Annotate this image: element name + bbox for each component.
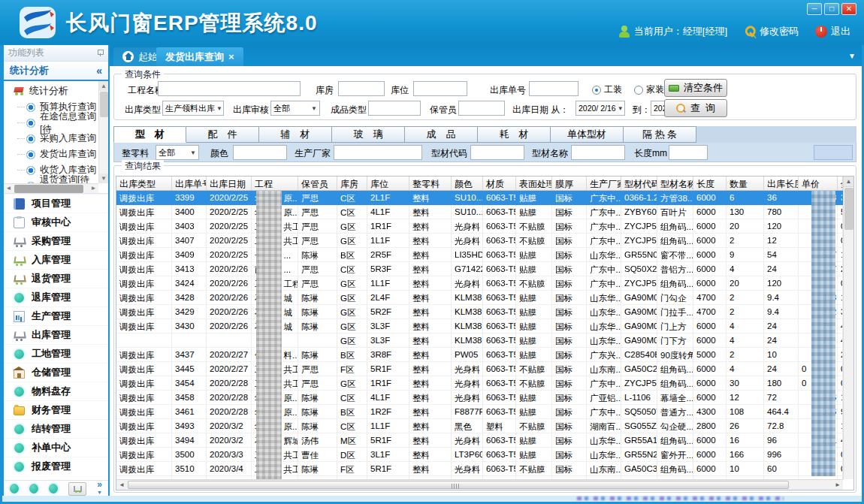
- column-header-date[interactable]: 出库日期: [207, 177, 252, 190]
- sidebar-item-13[interactable]: 结转管理: [4, 419, 108, 438]
- material-tab-4[interactable]: 玻 璃: [332, 126, 405, 143]
- sidebar-item-4[interactable]: 入库管理: [4, 250, 108, 269]
- material-tab-5[interactable]: 成 品: [405, 126, 478, 143]
- table-row[interactable]: 调拨出库34942020/3/2石辉城汤伟M区5R1F整料光身料6063-T5贴…: [116, 433, 843, 448]
- scroll-right-icon[interactable]: ►: [832, 480, 843, 490]
- tab-shipment-outbound-query[interactable]: 发货出库查询 ×: [156, 47, 243, 66]
- radio-off-icon[interactable]: [634, 86, 643, 95]
- column-header-project[interactable]: 工程: [252, 177, 298, 190]
- sidebar-item-12[interactable]: 财务管理: [4, 400, 108, 419]
- sidebar-item-5[interactable]: 退货管理: [4, 269, 108, 288]
- radio-jiazhuang[interactable]: 家装: [634, 83, 664, 96]
- table-row[interactable]: 调拨出库34032020/2/25工共工程严思G区1R1F整料光身料6063-T…: [116, 219, 843, 234]
- table-row[interactable]: 调拨出库34452020/2/27工共工程严思F区5R1F整料光身料6063-T…: [116, 362, 843, 376]
- manufacturer-input[interactable]: [334, 145, 422, 160]
- outbound-type-select[interactable]: 生产领料出库▼: [162, 101, 224, 116]
- maximize-button[interactable]: □: [824, 3, 839, 15]
- table-row[interactable]: 调拨出库34132020/2/26南...严思C区5R3F整料G71422606…: [116, 262, 843, 276]
- column-header-surface[interactable]: 表面处理: [516, 177, 552, 190]
- pin-icon[interactable]: [97, 50, 104, 56]
- table-horizontal-scrollbar[interactable]: ◄ ►: [116, 479, 843, 490]
- sidebar-item-2[interactable]: 审核中心: [4, 213, 108, 231]
- tree-vertical-scrollbar[interactable]: ▲ ▼: [98, 81, 108, 183]
- project-name-input[interactable]: [158, 81, 301, 96]
- tree-horizontal-scrollbar[interactable]: ◄ ►: [4, 183, 98, 193]
- material-tab-8[interactable]: 隔 热 条: [624, 126, 696, 143]
- table-row[interactable]: 调拨出库34242020/2/26工工程严思G区1L1F整料光身料6063-T5…: [116, 276, 843, 291]
- sidebar-item-10[interactable]: 仓储管理: [4, 363, 108, 382]
- column-header-color[interactable]: 颜色: [452, 177, 483, 190]
- column-header-warehouse[interactable]: 库房: [337, 177, 367, 190]
- material-tab-2[interactable]: 配 件: [186, 126, 259, 143]
- tree-item[interactable]: 发货出库查询: [4, 146, 98, 162]
- table-row[interactable]: 调拨出库34932020/3/2华原...陈琳C区1L1F整料黑色塑料不贴膜国标…: [116, 419, 843, 433]
- table-row[interactable]: 调拨出库35002020/3/3工共工程曹佳D区3L1F整料LT3P606063…: [116, 448, 843, 462]
- color-input[interactable]: [233, 145, 287, 160]
- column-header-out-length[interactable]: 出库长度: [764, 177, 799, 190]
- sidebar-item-1[interactable]: 项目管理: [4, 194, 108, 213]
- radio-on-icon[interactable]: [592, 86, 601, 95]
- sidebar-item-3[interactable]: 采购管理: [4, 231, 108, 250]
- module-dot-icon[interactable]: [29, 484, 38, 493]
- scroll-left-icon[interactable]: ◄: [4, 184, 14, 194]
- section-header[interactable]: 统计分析 «: [4, 62, 108, 81]
- table-row[interactable]: G区3L3F整料KLM38176063-T5贴膜国标山东华...GA90M09.…: [116, 333, 843, 348]
- sidebar-item-9[interactable]: 工地管理: [4, 344, 108, 363]
- column-header-length[interactable]: 长度: [693, 177, 727, 190]
- table-row[interactable]: 调拨出库35102020/3/4工共工程陈琳F区5R1F整料光身料6063-T5…: [116, 462, 843, 476]
- overflow-chevron[interactable]: »▼: [97, 481, 102, 496]
- tab-close-icon[interactable]: ×: [228, 51, 234, 62]
- column-header-whole-piece[interactable]: 整零料: [409, 177, 452, 190]
- table-row[interactable]: 调拨出库34092020/2/25长...陈琳B区2R5F整料LI35HD606…: [116, 248, 843, 262]
- column-header-unit-price[interactable]: 单价: [799, 177, 838, 190]
- keeper-input[interactable]: [458, 101, 505, 116]
- material-tab-3[interactable]: 辅 材: [259, 126, 332, 143]
- scroll-down-icon[interactable]: ▼: [99, 174, 108, 183]
- table-row[interactable]: 调拨出库34002020/2/25华原...严思C区4L1F整料SU10...6…: [116, 205, 843, 219]
- material-tab-6[interactable]: 耗 材: [478, 126, 551, 143]
- sidebar-item-8[interactable]: 出库管理: [4, 325, 108, 344]
- audit-select[interactable]: 全部▼: [270, 101, 320, 116]
- table-row[interactable]: 调拨出库34372020/2/27佛料...陈琳B区3R8F整料PW056063…: [116, 348, 843, 362]
- scroll-up-icon[interactable]: ▲: [99, 81, 108, 91]
- material-tab-1[interactable]: 型 材: [113, 126, 186, 143]
- material-tab-7[interactable]: 单体型材: [551, 126, 624, 143]
- column-header-type[interactable]: 出库类型: [116, 177, 172, 190]
- table-vertical-scrollbar[interactable]: ▲: [843, 177, 853, 479]
- sidebar-item-7[interactable]: 生产管理: [4, 306, 108, 325]
- tree-item[interactable]: 在途信息查询[待: [4, 115, 98, 131]
- column-header-film[interactable]: 膜厚: [552, 177, 587, 190]
- minimize-button[interactable]: ─: [807, 3, 822, 15]
- table-row[interactable]: 调拨出库34302020/2/26石城陈琳G区3L3F整料KLM38176063…: [116, 319, 843, 333]
- whole-piece-select[interactable]: 全部▼: [156, 145, 199, 160]
- clear-conditions-button[interactable]: 清空条件: [664, 79, 727, 97]
- change-password-button[interactable]: 修改密码: [744, 25, 799, 38]
- scroll-left-icon[interactable]: ◄: [116, 480, 127, 490]
- column-header-profile-code[interactable]: 型材代码: [621, 177, 657, 190]
- date-from-select[interactable]: 2020/ 2/16▼: [575, 101, 625, 116]
- sidebar-item-6[interactable]: 退库管理: [4, 288, 108, 306]
- logout-button[interactable]: 退出: [815, 25, 850, 38]
- sidebar-item-11[interactable]: 物料盘存: [4, 382, 108, 400]
- column-header-order-no[interactable]: 出库单号: [172, 177, 207, 190]
- module-cart-button[interactable]: [68, 482, 86, 496]
- table-row[interactable]: 调拨出库34282020/2/26石城陈琳G区2L4F整料KLM38176063…: [116, 291, 843, 305]
- column-header-amount[interactable]: 金额: [838, 177, 843, 190]
- column-header-keeper[interactable]: 保管员: [298, 177, 337, 190]
- tree-root[interactable]: 统计分析: [4, 83, 98, 99]
- location-input[interactable]: [413, 81, 467, 96]
- column-header-location[interactable]: 库位: [367, 177, 409, 190]
- table-row[interactable]: 调拨出库34542020/2/28工共工程严思G区1R1F整料光身料6063-T…: [116, 376, 843, 391]
- table-row[interactable]: 调拨出库34072020/2/25工共工程严思G区1L1F整料光身料6063-T…: [116, 234, 843, 248]
- product-type-input[interactable]: [368, 101, 421, 116]
- table-row[interactable]: 调拨出库33992020/2/25华原...严思C区2L1F整料SU10...6…: [116, 191, 843, 205]
- column-header-manufacturer[interactable]: 生产厂家: [587, 177, 621, 190]
- sidebar-item-14[interactable]: 补单中心: [4, 438, 108, 457]
- table-row[interactable]: 调拨出库34292020/2/26石城陈琳G区5R2F整料KLM38176063…: [116, 305, 843, 319]
- scroll-up-icon[interactable]: ▲: [844, 177, 853, 187]
- length-to-input[interactable]: [814, 145, 853, 160]
- profile-code-input[interactable]: [470, 145, 524, 160]
- module-dot-icon[interactable]: [10, 484, 19, 493]
- sidebar-item-15[interactable]: 报废管理: [4, 457, 108, 475]
- column-header-profile-name[interactable]: 型材名称: [657, 177, 693, 190]
